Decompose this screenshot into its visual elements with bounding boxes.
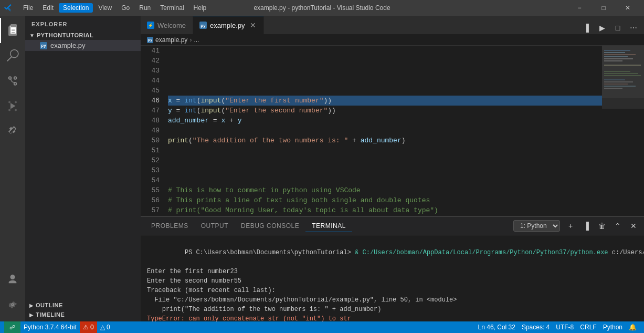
- status-encoding[interactable]: UTF-8: [553, 321, 577, 333]
- folder-arrow: ▼: [29, 33, 35, 38]
- breadcrumb: py example.py › ...: [141, 34, 644, 46]
- terminal-line-5: File "c:/Users/bobman/Documents/pythonTu…: [147, 295, 638, 305]
- line-num-45: 45: [141, 86, 160, 96]
- terminal-tab-bar: PROBLEMS OUTPUT DEBUG CONSOLE TERMINAL 1…: [141, 217, 644, 235]
- code-line-44: [168, 76, 602, 86]
- line-num-47: 47: [141, 106, 160, 116]
- folder-pythontutorial[interactable]: ▼ PYTHONTUTORIAL: [25, 30, 141, 40]
- minimize-button[interactable]: −: [567, 0, 592, 16]
- welcome-tab-icon: ⚡: [147, 22, 154, 29]
- accounts-activity-icon[interactable]: [0, 267, 25, 292]
- editor-wrapper: 41 42 43 44 45 46 47 48 49 50 51 52 53 5…: [141, 46, 644, 216]
- status-language[interactable]: Python: [600, 321, 626, 333]
- search-activity-icon[interactable]: [0, 43, 25, 68]
- code-line-54: [168, 175, 602, 185]
- editor[interactable]: 41 42 43 44 45 46 47 48 49 50 51 52 53 5…: [141, 46, 602, 216]
- split-terminal-button[interactable]: ▐: [580, 220, 593, 232]
- python-version-label: Python 3.7.4 64-bit: [24, 324, 77, 331]
- line-num-54: 54: [141, 175, 160, 185]
- menu-edit[interactable]: Edit: [38, 3, 58, 13]
- tab-terminal[interactable]: TERMINAL: [305, 220, 352, 232]
- tab-close-button[interactable]: ✕: [249, 21, 257, 29]
- breadcrumb-symbol[interactable]: ...: [194, 36, 199, 44]
- line-num-48: 48: [141, 116, 160, 126]
- timeline-header[interactable]: ▶ TIMELINE: [25, 310, 141, 319]
- settings-activity-icon[interactable]: [0, 292, 25, 317]
- outline-arrow: ▶: [29, 303, 34, 308]
- extensions-activity-icon[interactable]: [0, 119, 25, 144]
- line-num-56: 56: [141, 195, 160, 205]
- maximize-button[interactable]: □: [592, 0, 616, 16]
- main-layout: EXPLORER ▼ PYTHONTUTORIAL py example.py …: [0, 16, 644, 321]
- title-bar-left: File Edit Selection View Go Run Terminal…: [4, 3, 210, 13]
- code-line-55: # This is how to comment in python using…: [168, 185, 602, 195]
- run-button[interactable]: ▶: [596, 22, 608, 34]
- line-num-43: 43: [141, 66, 160, 76]
- tab-bar: ⚡ Welcome py example.py ✕ ▐ ▶ □ ⋯: [141, 16, 644, 34]
- terminal-line-1: PS C:\Users\bobman\Documents\pythonTutor…: [147, 238, 638, 267]
- outline-header[interactable]: ▶ OUTLINE: [25, 300, 141, 310]
- status-errors[interactable]: ⚠ 0: [80, 321, 97, 333]
- terminal-instance-selector[interactable]: 1: Python: [513, 220, 560, 232]
- close-button[interactable]: ✕: [616, 0, 640, 16]
- status-notifications[interactable]: 🔔: [626, 321, 640, 333]
- status-python-version[interactable]: Python 3.7.4 64-bit: [20, 321, 80, 333]
- new-terminal-button[interactable]: +: [564, 220, 577, 232]
- status-warnings[interactable]: △ 0: [97, 321, 113, 333]
- code-line-47: y = int(input("Enter the second number")…: [168, 106, 602, 116]
- status-eol[interactable]: CRLF: [577, 321, 599, 333]
- code-content[interactable]: x = int(input("Enter the first number"))…: [164, 46, 602, 216]
- tab-debug-console[interactable]: DEBUG CONSOLE: [235, 220, 305, 232]
- status-spaces[interactable]: Spaces: 4: [519, 321, 553, 333]
- menu-help[interactable]: Help: [189, 3, 211, 13]
- line-num-57: 57: [141, 205, 160, 215]
- spaces-label: Spaces: 4: [522, 324, 550, 331]
- line-num-44: 44: [141, 76, 160, 86]
- breadcrumb-file-icon: py: [147, 37, 153, 43]
- toggle-panel-button[interactable]: □: [611, 22, 624, 34]
- file-example-py[interactable]: py example.py: [25, 40, 141, 51]
- timeline-arrow: ▶: [29, 312, 34, 318]
- status-bar: ☍ Python 3.7.4 64-bit ⚠ 0 △ 0 Ln 46, Col…: [0, 321, 644, 333]
- code-line-50: print("The addition of the two numbers i…: [168, 136, 602, 145]
- run-debug-activity-icon[interactable]: [0, 93, 25, 119]
- outline-label: OUTLINE: [36, 302, 63, 308]
- terminal-line-6: print("The addition of the two numbers i…: [147, 305, 638, 314]
- source-control-activity-icon[interactable]: [0, 68, 25, 93]
- menu-view[interactable]: View: [94, 3, 116, 13]
- file-name: example.py: [50, 41, 85, 49]
- breadcrumb-separator: ›: [189, 36, 192, 44]
- line-num-55: 55: [141, 185, 160, 195]
- menu-bar: File Edit Selection View Go Run Terminal…: [19, 3, 210, 13]
- menu-terminal[interactable]: Terminal: [156, 3, 188, 13]
- code-line-46: x = int(input("Enter the first number")): [168, 96, 602, 106]
- terminal-exec-path: c:/Users/bobman/Documents/pythonTutorial…: [608, 249, 644, 256]
- kill-terminal-button[interactable]: 🗑: [596, 220, 608, 232]
- terminal-close-button[interactable]: ✕: [627, 220, 640, 232]
- terminal-actions: + ▐ 🗑 ⌃ ✕: [564, 220, 640, 232]
- tab-example-py[interactable]: py example.py ✕: [193, 16, 264, 34]
- more-actions-button[interactable]: ⋯: [627, 22, 640, 34]
- terminal-exec-command: & C:/Users/bobman/AppData/Local/Programs…: [355, 249, 608, 256]
- menu-selection[interactable]: Selection: [59, 3, 93, 13]
- breadcrumb-file[interactable]: example.py: [155, 36, 187, 44]
- code-line-45: [168, 86, 602, 96]
- terminal-line-3: Enter the second number55: [147, 276, 638, 286]
- terminal-content[interactable]: PS C:\Users\bobman\Documents\pythonTutor…: [141, 235, 644, 321]
- explorer-activity-icon[interactable]: [0, 18, 25, 43]
- menu-run[interactable]: Run: [135, 3, 155, 13]
- minimap: [602, 46, 644, 216]
- tab-welcome[interactable]: ⚡ Welcome: [141, 16, 193, 34]
- status-remote[interactable]: ☍: [4, 321, 20, 333]
- split-editor-button[interactable]: ▐: [580, 22, 593, 34]
- tab-problems[interactable]: PROBLEMS: [145, 220, 195, 232]
- language-label: Python: [603, 324, 622, 331]
- tab-output[interactable]: OUTPUT: [195, 220, 235, 232]
- file-tree: ▼ PYTHONTUTORIAL py example.py: [25, 30, 141, 298]
- menu-go[interactable]: Go: [117, 3, 134, 13]
- menu-file[interactable]: File: [19, 3, 37, 13]
- status-line-col[interactable]: Ln 46, Col 32: [475, 321, 519, 333]
- line-num-50: 50: [141, 136, 160, 145]
- tab-example-py-label: example.py: [210, 22, 245, 29]
- terminal-maximize-button[interactable]: ⌃: [611, 220, 624, 232]
